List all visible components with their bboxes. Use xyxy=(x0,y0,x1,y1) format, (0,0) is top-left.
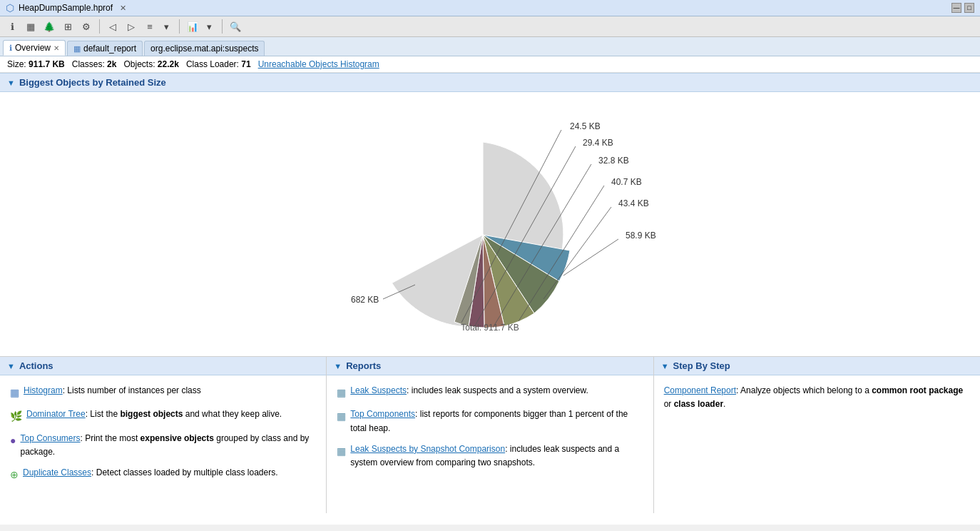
leak-suspects-link[interactable]: Leak Suspects xyxy=(350,385,407,395)
objects-label: Objects: xyxy=(123,59,155,69)
reports-section: ▼ Reports ▦ Leak Suspects: includes leak… xyxy=(327,357,653,513)
chart-total-text: Total: 911.7 KB xyxy=(461,323,519,333)
histogram-link[interactable]: Histogram xyxy=(24,385,63,395)
actions-header: ▼ Actions xyxy=(0,357,326,375)
action-consumers: ● Top Consumers: Print the most expensiv… xyxy=(10,432,316,459)
size-value: 911.7 KB xyxy=(29,59,65,69)
dominator-icon: 🌿 xyxy=(10,408,22,424)
tab-overview-close[interactable]: ✕ xyxy=(53,44,59,52)
content-area: Size: 911.7 KB Classes: 2k Objects: 22.2… xyxy=(0,56,980,525)
maximize-button[interactable]: □ xyxy=(964,3,974,13)
classes-label: Classes: xyxy=(72,59,105,69)
component-report-link[interactable]: Component Report xyxy=(664,385,736,395)
nav-forward-button[interactable]: ▷ xyxy=(123,19,139,34)
actions-section: ▼ Actions ▦ Histogram: Lists number of i… xyxy=(0,357,327,513)
tab-overview-label: Overview xyxy=(15,43,51,53)
nav-menu-button[interactable]: ≡ xyxy=(142,19,158,34)
consumers-text: Top Consumers: Print the most expensive … xyxy=(20,432,316,459)
settings-button[interactable]: ⚙ xyxy=(78,19,94,34)
top-components-text: Top Components: list reports for compone… xyxy=(350,408,643,435)
histogram-text: Histogram: Lists number of instances per… xyxy=(24,384,201,398)
search-button[interactable]: 🔍 xyxy=(228,19,243,34)
action-duplicates: ⊕ Duplicate Classes: Detect classes load… xyxy=(10,466,316,482)
chart-area: 24.5 KB 29.4 KB 32.8 KB 40.7 KB 43.4 KB … xyxy=(0,92,980,349)
component-report-text: Component Report: Analyze objects which … xyxy=(664,384,970,411)
step-component-report: Component Report: Analyze objects which … xyxy=(664,384,970,411)
pie-chart-svg: 24.5 KB 29.4 KB 32.8 KB 40.7 KB 43.4 KB … xyxy=(305,106,675,328)
tab-default-report-label: default_report xyxy=(83,44,136,54)
size-label: Size: xyxy=(7,59,26,69)
info-bar: Size: 911.7 KB Classes: 2k Objects: 22.2… xyxy=(0,56,980,73)
label-58kb: 58.9 KB xyxy=(626,231,656,241)
title-bar: ⬡ HeapDumpSample.hprof ✕ — □ xyxy=(0,0,980,16)
tab-default-report[interactable]: ▦ default_report xyxy=(67,41,143,56)
leak-snapshot-link[interactable]: Leak Suspects by Snapshot Comparison xyxy=(350,444,505,454)
duplicates-icon: ⊕ xyxy=(10,467,19,482)
loader-label: Class Loader: xyxy=(186,59,239,69)
label-29kb: 29.4 KB xyxy=(583,138,613,148)
report-dropdown: 📊 ▾ xyxy=(185,19,217,34)
tab-overview-icon: ℹ xyxy=(9,44,12,53)
bar-chart-button[interactable]: ▦ xyxy=(23,19,39,34)
report-down-button[interactable]: ▾ xyxy=(201,19,217,34)
biggest-objects-section-header: ▼ Biggest Objects by Retained Size xyxy=(0,73,980,92)
bottom-sections: ▼ Actions ▦ Histogram: Lists number of i… xyxy=(0,356,980,513)
sql-button[interactable]: ⊞ xyxy=(60,19,76,34)
label-682kb: 682 KB xyxy=(351,295,379,305)
title-close-button[interactable]: ✕ xyxy=(120,4,126,13)
title-bar-controls: — □ xyxy=(951,3,974,13)
reports-header: ▼ Reports xyxy=(327,357,653,375)
tree-button[interactable]: 🌲 xyxy=(41,19,57,34)
reports-arrow[interactable]: ▼ xyxy=(334,362,342,370)
step-by-step-header: ▼ Step By Step xyxy=(654,357,980,375)
report-leak-suspects: ▦ Leak Suspects: includes leak suspects … xyxy=(337,384,643,400)
histogram-icon: ▦ xyxy=(10,385,19,400)
toolbar: ℹ ▦ 🌲 ⊞ ⚙ ◁ ▷ ≡ ▾ 📊 ▾ 🔍 xyxy=(0,16,980,37)
leak-snapshot-text: Leak Suspects by Snapshot Comparison: in… xyxy=(350,442,643,470)
nav-dropdown: ≡ ▾ xyxy=(142,19,174,34)
duplicates-text: Duplicate Classes: Detect classes loaded… xyxy=(23,466,278,480)
label-32kb: 32.8 KB xyxy=(598,156,629,166)
step-arrow[interactable]: ▼ xyxy=(661,362,669,370)
pie-chart-container: 24.5 KB 29.4 KB 32.8 KB 40.7 KB 43.4 KB … xyxy=(305,106,675,335)
unreachable-link[interactable]: Unreachable Objects Histogram xyxy=(258,59,379,69)
step-by-step-section: ▼ Step By Step Component Report: Analyze… xyxy=(654,357,980,513)
step-by-step-content: Component Report: Analyze objects which … xyxy=(654,375,980,427)
biggest-objects-title: Biggest Objects by Retained Size xyxy=(19,77,166,88)
toolbar-sep-3 xyxy=(222,19,223,34)
objects-value: 22.2k xyxy=(158,59,179,69)
classes-value: 2k xyxy=(107,59,116,69)
leak-suspects-icon: ▦ xyxy=(337,385,346,400)
leak-suspects-text: Leak Suspects: includes leak suspects an… xyxy=(350,384,588,398)
toolbar-sep-1 xyxy=(99,19,100,34)
actions-arrow[interactable]: ▼ xyxy=(7,362,15,370)
nav-back-button[interactable]: ◁ xyxy=(105,19,121,34)
action-histogram: ▦ Histogram: Lists number of instances p… xyxy=(10,384,316,400)
tab-report-icon: ▦ xyxy=(73,44,81,54)
svg-line-6 xyxy=(563,239,618,275)
info-button[interactable]: ℹ xyxy=(4,19,20,34)
report-button[interactable]: 📊 xyxy=(185,19,200,34)
report-leak-snapshot: ▦ Leak Suspects by Snapshot Comparison: … xyxy=(337,442,643,470)
tab-overview[interactable]: ℹ Overview ✕ xyxy=(3,40,66,56)
toolbar-sep-2 xyxy=(179,19,180,34)
dominator-text: Dominator Tree: List the biggest objects… xyxy=(26,408,282,421)
top-components-icon: ▦ xyxy=(337,408,346,424)
consumers-link[interactable]: Top Consumers xyxy=(20,433,80,443)
actions-title: Actions xyxy=(19,360,53,371)
dominator-link[interactable]: Dominator Tree xyxy=(26,409,86,419)
title-bar-filename: HeapDumpSample.hprof xyxy=(19,3,113,13)
label-43kb: 43.4 KB xyxy=(618,198,649,208)
duplicates-link[interactable]: Duplicate Classes xyxy=(23,467,91,477)
top-components-link[interactable]: Top Components xyxy=(350,409,415,419)
minimize-button[interactable]: — xyxy=(951,3,961,13)
tab-suspects[interactable]: org.eclipse.mat.api:suspects xyxy=(144,41,265,56)
leak-snapshot-icon: ▦ xyxy=(337,443,346,459)
label-24kb: 24.5 KB xyxy=(570,121,601,131)
biggest-objects-arrow[interactable]: ▼ xyxy=(7,79,15,87)
consumers-icon: ● xyxy=(10,433,16,448)
actions-content: ▦ Histogram: Lists number of instances p… xyxy=(0,375,326,499)
report-top-components: ▦ Top Components: list reports for compo… xyxy=(337,408,643,435)
step-by-step-title: Step By Step xyxy=(673,360,730,371)
nav-down-button[interactable]: ▾ xyxy=(158,19,174,34)
